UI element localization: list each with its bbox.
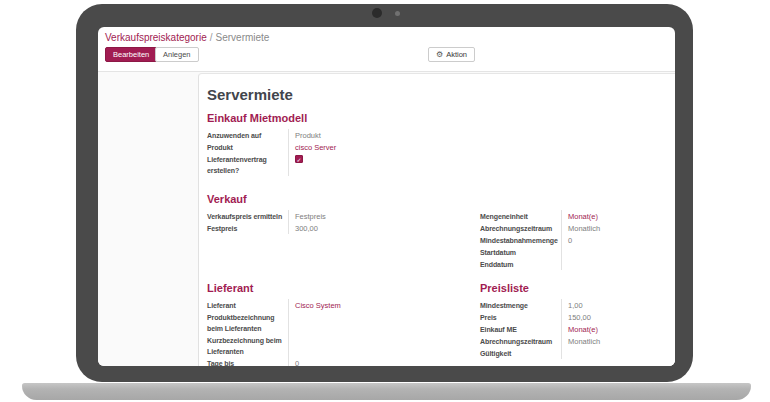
breadcrumb-separator: / <box>210 32 213 43</box>
laptop-base <box>22 383 751 400</box>
gear-icon: ⚙ <box>436 51 443 59</box>
preisliste-column: Preisliste Mindestmenge 1,00 Preis 150,0… <box>480 283 665 366</box>
breadcrumb: Verkaufspreiskategorie/Servermiete <box>105 32 269 43</box>
field-row: Gültigkeit <box>480 347 665 359</box>
field-value: 300,00 <box>289 222 318 234</box>
section-verkauf: Verkauf Verkaufspreis ermitteln Festprei… <box>207 194 665 270</box>
field-value: Produkt <box>289 129 321 141</box>
field-label: Lieferant <box>207 299 289 311</box>
form-sheet: Servermiete Einkauf Mietmodell Anzuwende… <box>198 73 675 366</box>
field-label: Preis <box>480 311 562 323</box>
field-label: Abrechnungszeitraum <box>480 335 562 347</box>
control-bar: Bearbeiten Anlegen ⚙ Aktion <box>98 43 675 72</box>
field-row: Produkt cisco Server <box>207 141 480 153</box>
screen: Verkaufspreiskategorie/Servermiete Bearb… <box>98 27 675 366</box>
field-label: Gültigkeit <box>480 347 562 359</box>
section-heading-einkauf: Einkauf Mietmodell <box>207 113 480 124</box>
field-label: Verkaufspreis ermitteln <box>207 210 289 222</box>
breadcrumb-current: Servermiete <box>216 32 270 43</box>
field-row: Festpreis 300,00 <box>207 222 480 234</box>
field-value: 150,00 <box>562 311 591 323</box>
field-label: Lieferantenvertrag erstellen? <box>207 153 289 176</box>
field-label: Tage bis <box>207 357 289 366</box>
section-heading-lieferant: Lieferant <box>207 283 480 294</box>
edit-button[interactable]: Bearbeiten <box>105 47 157 62</box>
field-value: Monatlich <box>562 335 600 347</box>
uom-link[interactable]: Monat(e) <box>562 210 598 222</box>
field-row: Mindestabnahmemenge 0 <box>480 234 665 246</box>
field-row: Abrechnungszeitraum Monatlich <box>480 335 665 347</box>
field-label: Anzuwenden auf <box>207 129 289 141</box>
vendor-link[interactable]: Cisco System <box>289 299 341 311</box>
field-row: Enddatum <box>480 258 665 270</box>
field-value: 0 <box>562 234 572 246</box>
field-label: Festpreis <box>207 222 289 234</box>
field-value: Festpreis <box>289 210 326 222</box>
product-link[interactable]: cisco Server <box>289 141 336 153</box>
field-label: Einkauf ME <box>480 323 562 335</box>
section-einkauf-mietmodell: Einkauf Mietmodell Anzuwenden auf Produk… <box>207 113 480 176</box>
field-row: Lieferant Cisco System <box>207 299 480 311</box>
field-row: Produktbezeichnung beim Lieferanten <box>207 311 480 334</box>
field-label: Produkt <box>207 141 289 153</box>
field-value: Monatlich <box>562 222 600 234</box>
action-button[interactable]: ⚙ Aktion <box>428 47 475 62</box>
record-title: Servermiete <box>207 86 665 103</box>
field-label: Enddatum <box>480 258 562 270</box>
camera-led-icon <box>395 11 400 16</box>
field-value: 1,00 <box>562 299 583 311</box>
field-row: Startdatum <box>480 246 665 258</box>
field-row: Tage bis 0 <box>207 357 480 366</box>
field-row: Verkaufspreis ermitteln Festpreis <box>207 210 480 222</box>
section-heading-verkauf: Verkauf <box>207 194 480 205</box>
field-label: Abrechnungszeitraum <box>480 222 562 234</box>
section-lieferant-preisliste: Lieferant Lieferant Cisco System Produkt… <box>207 283 665 366</box>
field-label: Mengeneinheit <box>480 210 562 222</box>
field-label: Startdatum <box>480 246 562 258</box>
action-button-label: Aktion <box>446 48 467 62</box>
verkauf-left-column: Verkauf Verkaufspreis ermitteln Festprei… <box>207 194 480 270</box>
camera-icon <box>372 8 382 18</box>
field-label: Kurzbezeichnung beim Lieferanten <box>207 334 289 357</box>
verkauf-right-column: Mengeneinheit Monat(e) Abrechnungszeitra… <box>480 194 665 270</box>
field-row: Lieferantenvertrag erstellen? ✓ <box>207 153 480 176</box>
field-value <box>289 311 295 323</box>
field-value <box>562 347 568 359</box>
field-row: Mengeneinheit Monat(e) <box>480 210 665 222</box>
field-label: Produktbezeichnung beim Lieferanten <box>207 311 289 334</box>
form-background: Servermiete Einkauf Mietmodell Anzuwende… <box>98 72 675 366</box>
section-heading-preisliste: Preisliste <box>480 283 665 294</box>
field-row: Kurzbezeichnung beim Lieferanten <box>207 334 480 357</box>
field-row: Abrechnungszeitraum Monatlich <box>480 222 665 234</box>
breadcrumb-parent-link[interactable]: Verkaufspreiskategorie <box>105 32 207 43</box>
field-row: Einkauf ME Monat(e) <box>480 323 665 335</box>
purchase-uom-link[interactable]: Monat(e) <box>562 323 598 335</box>
field-row: Preis 150,00 <box>480 311 665 323</box>
field-value: 0 <box>289 357 299 366</box>
field-value <box>289 334 295 346</box>
field-label: Mindestabnahmemenge <box>480 234 562 246</box>
field-row: Mindestmenge 1,00 <box>480 299 665 311</box>
vendor-contract-checkbox[interactable]: ✓ <box>295 155 303 163</box>
field-row: Anzuwenden auf Produkt <box>207 129 480 141</box>
field-label: Mindestmenge <box>480 299 562 311</box>
lieferant-column: Lieferant Lieferant Cisco System Produkt… <box>207 283 480 366</box>
create-button[interactable]: Anlegen <box>155 47 199 62</box>
field-value <box>562 258 568 270</box>
field-value <box>562 246 568 258</box>
